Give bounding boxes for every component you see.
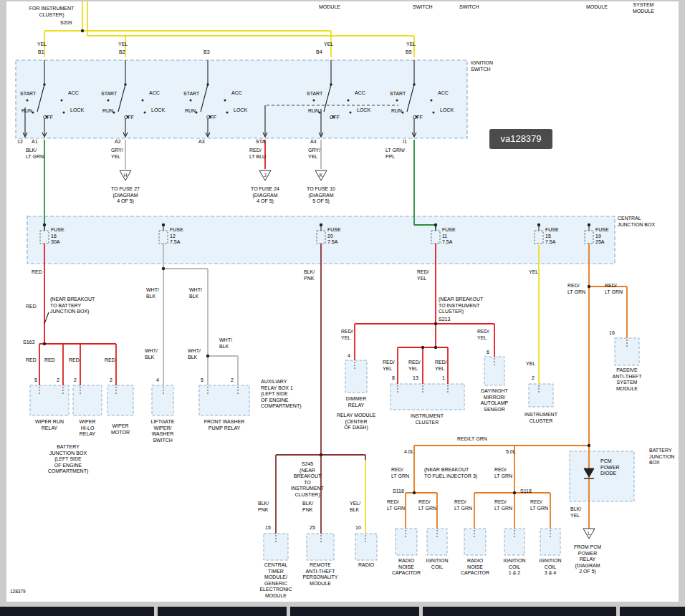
wire-color-label: LT GRN/PPL — [385, 148, 405, 160]
wire-color-label: RED/LT GRN — [457, 436, 487, 443]
pin-label-b1: B1 — [38, 49, 44, 56]
cjb-title: CENTRALJUNCTION BOX — [618, 216, 655, 228]
pin-label: 1 — [442, 375, 445, 382]
top-cut-system-module-label: SYSTEMMODULE — [633, 2, 654, 14]
pin-label-a1: A1 — [32, 139, 38, 145]
fuse-word: FUSE — [545, 227, 559, 234]
engine-variant-50: 5.0L — [506, 449, 516, 456]
top-note-for-instrument-cluster: FOR INSTRUMENTCLUSTER) — [29, 6, 75, 18]
top-cut-switch-label: SWITCH — [413, 4, 433, 11]
taskbar-window[interactable] — [620, 607, 685, 616]
wire-color-label: BLK/YEL — [570, 506, 581, 519]
taskbar-window[interactable] — [290, 607, 419, 616]
wire-color-label: RED/LT GRN — [391, 467, 409, 479]
wire-color-label: YEL — [118, 42, 128, 48]
fuse-amp: 30A — [51, 239, 64, 246]
wire-color-label: RED/YEL — [383, 360, 395, 372]
component-label-radio-noise-cap-2: RADIONOISECAPACITOR — [461, 558, 489, 577]
splice-s118-label: S118 — [520, 489, 532, 495]
fuse-word: FUSE — [170, 227, 183, 234]
switch-pos-off: OFF — [43, 115, 53, 121]
fuse-num: 16 — [51, 234, 64, 240]
switch-pos-acc: ACC — [355, 90, 365, 97]
pin-label: 5 — [201, 377, 203, 384]
fuse-word: FUSE — [327, 227, 341, 234]
pin-label-a3: A3 — [198, 139, 205, 145]
component-label-ignition-coil-34: IGNITIONCOIL3 & 4 — [539, 558, 561, 577]
switch-pos-off: OFF — [330, 115, 340, 121]
engine-variant-40: 4.0L — [404, 449, 414, 456]
wire-color-label: RED/YEL — [435, 360, 447, 372]
fuse-12-label: FUSE127.5A — [170, 227, 183, 246]
wire-color-label: RED — [105, 357, 115, 364]
taskbar-window[interactable] — [158, 607, 287, 616]
switch-pos-start: START — [101, 91, 117, 97]
taskbar-window[interactable] — [0, 607, 154, 616]
wire-color-label: BLK/PNK — [258, 501, 269, 513]
wire-color-label: GRY/YEL — [111, 148, 123, 160]
taskbar-window[interactable] — [423, 607, 616, 616]
pin-label: 13 — [413, 375, 418, 382]
pin-label: 2 — [532, 375, 535, 382]
wire-color-label: RED — [26, 357, 37, 364]
ignition-coil-12-box — [504, 529, 524, 555]
switch-pos-acc: ACC — [438, 90, 449, 97]
splice-s118-note: (NEAR BREAKOUTTO FUEL INJECTOR 3) — [424, 467, 477, 479]
pin-label-12: 12 — [17, 139, 23, 145]
fuse-word: FUSE — [595, 227, 609, 234]
wire-color-label: YEL — [526, 361, 535, 367]
pin-label: 15 — [265, 525, 271, 531]
component-label-wiper-motor: WIPERMOTOR — [111, 423, 130, 435]
pin-label: 10 — [355, 525, 361, 531]
diagram-id-badge: va128379 — [489, 129, 552, 149]
component-label-passive-antitheft: PASSIVEANTI-THEFTSYSTEMMODULE — [613, 367, 642, 392]
offpage-to-fuse-27: TO FUSE 27(DIAGRAM4 OF 5) — [111, 186, 140, 205]
switch-pos-off: OFF — [206, 115, 216, 121]
splice-s118-label: S118 — [393, 489, 404, 495]
component-label-central-timer: CENTRALTIMERMODULE/GENERICELECTRONICMODU… — [259, 562, 292, 599]
component-label-instrument-cluster: INSTRUMENTCLUSTER — [411, 413, 444, 425]
splice-s213-note: (NEAR BREAKOUTTO INSTRUMENTCLUSTER) — [439, 297, 483, 315]
ignition-coil-34-box — [540, 529, 560, 555]
switch-pos-acc: ACC — [231, 90, 242, 97]
connector-j-label: J — [264, 173, 266, 178]
instrument-cluster-box — [391, 384, 464, 410]
switch-pos-lock: LOCK — [234, 107, 247, 114]
liftgate-switch-box — [152, 385, 173, 415]
pin-label-i1: I1 — [403, 139, 407, 145]
fuse-11-label: FUSE117.5A — [442, 227, 456, 246]
switch-pos-run: RUN — [102, 108, 113, 115]
fuse-amp: 25A — [595, 239, 609, 246]
switch-pos-acc: ACC — [149, 90, 160, 97]
switch-pos-off: OFF — [124, 115, 134, 121]
wire-color-label: RED — [44, 357, 55, 364]
fuse-num: 11 — [442, 234, 456, 240]
pin-label: 8 — [392, 375, 395, 382]
wiper-hilo-relay-box — [73, 385, 102, 415]
pin-label: 6 — [487, 350, 489, 356]
pin-label-b4: B4 — [316, 49, 322, 56]
top-cut-module-label: MODULE — [586, 4, 608, 11]
radio-noise-cap-1-box — [396, 529, 417, 555]
component-label-front-washer-relay: FRONT WASHERPUMP RELAY — [204, 419, 244, 431]
pin-label-b3: B3 — [203, 49, 210, 56]
wire-color-label: RED/YEL — [408, 360, 421, 372]
pin-label: 2 — [74, 377, 77, 384]
wire-color-label: WHT/BLK — [189, 287, 202, 299]
pin-label-b2: B2 — [119, 49, 125, 56]
wire-color-label: YEL — [324, 42, 333, 48]
fuse-word: FUSE — [442, 227, 456, 234]
pin-label: 16 — [609, 330, 615, 337]
connector-k-label: K — [320, 173, 323, 178]
note-aux-relay-box: AUXILIARYRELAY BOX 1(LEFT SIDEOF ENGINEC… — [261, 379, 302, 410]
pin-label: 2 — [231, 377, 234, 384]
wire-color-label: WHT/BLK — [146, 287, 159, 299]
offpage-to-fuse-24: TO FUSE 24(DIAGRAM4 OF 5) — [251, 186, 279, 205]
fuse-amp: 7.5A — [545, 239, 559, 246]
pin-label: 25 — [310, 525, 315, 531]
switch-pos-run: RUN — [308, 108, 319, 115]
fuse-20-label: FUSE207.5A — [327, 227, 341, 246]
remote-antitheft-box — [307, 534, 334, 560]
wiring-diagram-page: H J K L FOR INSTRUMENTCLUSTER) S209 MODU… — [0, 0, 685, 616]
switch-pos-lock: LOCK — [70, 107, 84, 114]
